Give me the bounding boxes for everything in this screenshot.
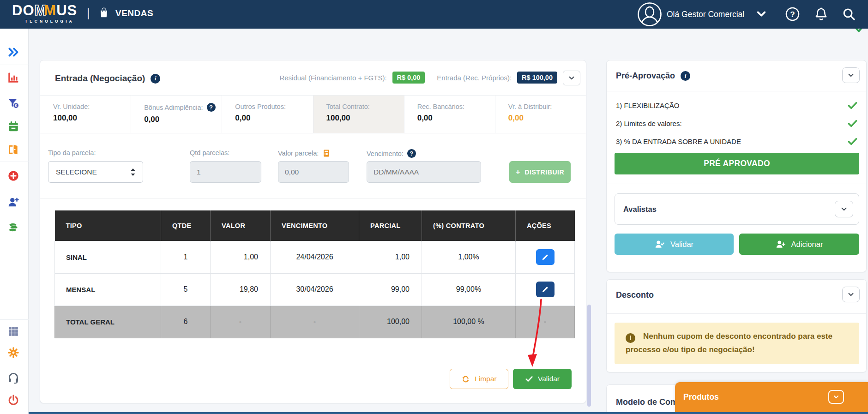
bottom-edge-bar bbox=[29, 412, 868, 414]
apps-grid-icon[interactable] bbox=[7, 325, 19, 337]
user-greeting[interactable]: Olá Gestor Comercial bbox=[667, 10, 744, 19]
avalistas-title: Avalistas bbox=[623, 205, 657, 214]
qtd-parcelas-label: Qtd parcelas: bbox=[190, 149, 229, 156]
plus-circle-icon[interactable] bbox=[7, 169, 19, 182]
person-check-icon bbox=[655, 239, 665, 249]
pre-aprovacao-collapse-button[interactable] bbox=[842, 67, 860, 83]
sidebar: $ bbox=[0, 29, 29, 414]
divider bbox=[40, 198, 586, 198]
avalistas-adicionar-button[interactable]: Adicionar bbox=[739, 234, 859, 255]
stat-vr-unidade: Vr. Unidade: 100,00 bbox=[40, 96, 131, 133]
produtos-title: Produtos bbox=[683, 392, 719, 402]
table-row-total-geral: TOTAL GERAL 6 - - 100,00 100,00 % - bbox=[55, 306, 575, 338]
table-row-sinal: SINAL 1 1,00 24/04/2026 1,00 1,00% bbox=[55, 241, 575, 273]
power-icon[interactable] bbox=[7, 394, 19, 406]
stat-rec-bancarios: Rec. Bancários: 0,00 bbox=[404, 96, 495, 133]
col-contrato: (%) CONTRATO bbox=[422, 210, 516, 241]
calculator-icon[interactable] bbox=[322, 149, 331, 157]
entrada-stats-strip: Vr. Unidade: 100,00 Bônus Adimplência:? … bbox=[40, 96, 586, 133]
produtos-collapse-button[interactable] bbox=[828, 390, 844, 404]
calendar-minus-icon[interactable] bbox=[7, 120, 19, 132]
warning-icon: ! bbox=[626, 333, 635, 343]
vencimento-input[interactable] bbox=[367, 161, 481, 183]
entrada-header: Entrada (Negociação) i Residual (Financi… bbox=[40, 60, 586, 96]
residual-label: Residual (Financiamento + FGTS): bbox=[279, 74, 386, 82]
limpar-button[interactable]: Limpar bbox=[450, 369, 508, 389]
stat-bonus-adimplencia: Bônus Adimplência:? 0,00 bbox=[131, 96, 222, 133]
pre-aprovacao-title: Pré-Aprovação i bbox=[616, 71, 690, 81]
funnel-money-icon[interactable]: $ bbox=[7, 97, 19, 109]
svg-text:?: ? bbox=[790, 10, 795, 19]
gear-icon[interactable] bbox=[7, 346, 19, 359]
info-icon[interactable]: i bbox=[681, 71, 690, 81]
module-label: VENDAS bbox=[115, 8, 153, 18]
col-valor: VALOR bbox=[211, 210, 271, 241]
bell-icon[interactable] bbox=[814, 7, 828, 23]
divider bbox=[607, 91, 866, 91]
avatar[interactable] bbox=[637, 2, 662, 29]
pre-aprovacao-header: Pré-Aprovação i bbox=[607, 60, 866, 91]
person-plus-icon bbox=[776, 239, 786, 249]
edit-sinal-button[interactable] bbox=[536, 249, 555, 265]
stat-vr-a-distribuir: Vr. à Distribuir: 0,00 bbox=[495, 96, 586, 133]
expand-sidebar-double-chevron-icon[interactable] bbox=[7, 46, 19, 58]
coins-icon[interactable] bbox=[7, 221, 19, 234]
headset-icon[interactable] bbox=[7, 372, 19, 384]
vencimento-label: Vencimento: ? bbox=[367, 149, 416, 158]
entrada-badges: Residual (Financiamento + FGTS): R$ 0,00… bbox=[279, 72, 557, 84]
stat-outros-produtos: Outros Produtos: 0,00 bbox=[222, 96, 313, 133]
divider bbox=[607, 184, 866, 184]
help-icon[interactable]: ? bbox=[785, 7, 800, 23]
top-navbar: DOMMUS TECNOLOGIA | VENDAS Olá Gestor Co… bbox=[0, 0, 868, 29]
validar-parcelas-button[interactable]: Validar bbox=[513, 369, 572, 389]
col-vencimento: VENCIMENTO bbox=[271, 210, 359, 241]
edit-mensal-button[interactable] bbox=[536, 282, 555, 297]
refresh-icon bbox=[461, 375, 470, 384]
bar-chart-icon[interactable] bbox=[7, 71, 19, 84]
plus-icon: + bbox=[516, 168, 521, 177]
avalistas-box: Avalistas bbox=[615, 193, 859, 225]
desconto-header: Desconto bbox=[607, 280, 866, 310]
select-arrows-icon bbox=[130, 168, 136, 176]
avalistas-validar-button[interactable]: Validar bbox=[615, 234, 734, 255]
col-parcial: PARCIAL bbox=[359, 210, 422, 241]
divider bbox=[607, 313, 866, 314]
qtd-parcelas-input[interactable] bbox=[190, 161, 261, 183]
col-qtde: QTDE bbox=[161, 210, 211, 241]
desconto-collapse-button[interactable] bbox=[842, 287, 860, 302]
search-icon[interactable] bbox=[842, 7, 856, 23]
dommus-logo[interactable]: DOMMUS TECNOLOGIA bbox=[12, 3, 77, 24]
entrada-title: Entrada (Negociação) i bbox=[55, 73, 160, 84]
check-item-flexibilizacao: 1) FLEXIBILIZAÇÃO bbox=[616, 96, 858, 114]
pencil-icon bbox=[541, 286, 549, 294]
checkmark-icon bbox=[847, 100, 858, 111]
pre-aprovacao-card: Pré-Aprovação i 1) FLEXIBILIZAÇÃO 2) Lim… bbox=[606, 60, 867, 272]
door-exit-icon[interactable] bbox=[7, 143, 19, 156]
col-acoes: AÇÕES bbox=[516, 210, 575, 241]
rec-proprios-label: Entrada (Rec. Próprios): bbox=[437, 74, 512, 82]
chevron-down-icon[interactable] bbox=[756, 10, 766, 20]
produtos-bar[interactable]: Produtos bbox=[675, 382, 868, 412]
check-icon bbox=[525, 375, 533, 383]
tipo-parcela-select[interactable]: SELECIONE bbox=[48, 161, 143, 183]
navbar-separator: | bbox=[87, 6, 90, 20]
checkmark-icon bbox=[847, 118, 858, 129]
table-row-mensal: MENSAL 5 19,80 30/04/2026 99,00 99,00% bbox=[55, 273, 575, 306]
info-icon[interactable]: i bbox=[151, 74, 160, 84]
help-circle-icon[interactable]: ? bbox=[407, 149, 416, 158]
desconto-warning-alert: !Nenhum cupom de desconto encontrado par… bbox=[615, 323, 859, 364]
module-vendas[interactable]: VENDAS bbox=[98, 6, 153, 20]
entrada-collapse-button[interactable] bbox=[563, 71, 580, 85]
scrollbar-thumb[interactable] bbox=[587, 305, 591, 407]
desconto-title: Desconto bbox=[616, 290, 654, 300]
logo-tagline: TECNOLOGIA bbox=[12, 19, 77, 24]
valor-parcela-input[interactable] bbox=[278, 161, 349, 183]
person-plus-icon[interactable] bbox=[7, 196, 19, 208]
checkmark-icon bbox=[847, 136, 858, 147]
distribuir-button[interactable]: + DISTRIBUIR bbox=[509, 161, 571, 183]
pre-aprovado-status-button[interactable]: PRÉ APROVADO bbox=[615, 153, 859, 174]
avalistas-collapse-button[interactable] bbox=[835, 201, 853, 217]
help-circle-icon[interactable]: ? bbox=[207, 103, 216, 112]
sidebar-divider bbox=[0, 65, 29, 65]
parcelas-table: TIPO QTDE VALOR VENCIMENTO PARCIAL (%) C… bbox=[54, 210, 574, 338]
